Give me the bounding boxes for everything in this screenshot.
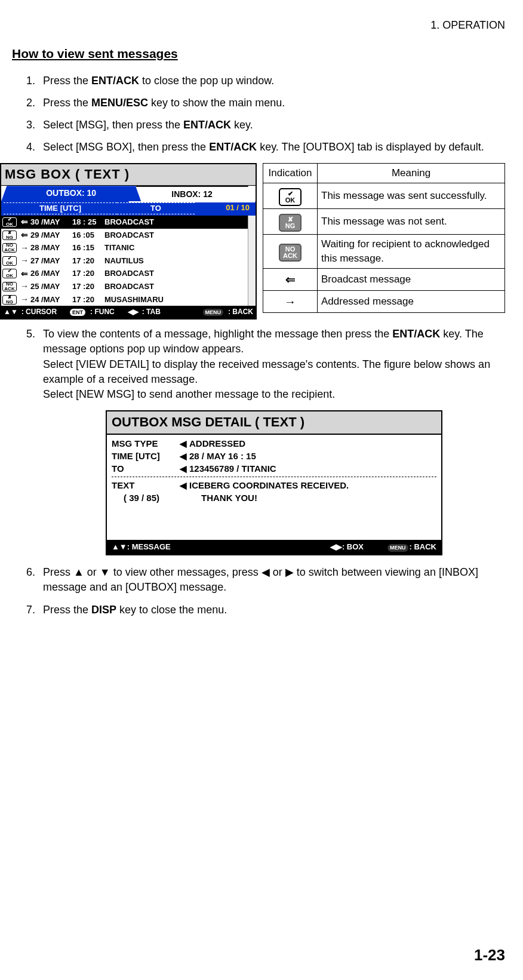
- text: Select [MSG BOX], then press the: [43, 141, 209, 153]
- text: Press the: [43, 97, 91, 109]
- scrollbar: [248, 216, 256, 306]
- msgbox-list: ✔OK⇐30 /MAY18 : 25BROADCAST✘NG⇐29 /MAY16…: [1, 216, 248, 306]
- ind-ng-icon: ✘NG: [263, 209, 318, 235]
- key-entack: ENT/ACK: [209, 141, 257, 153]
- text: key to show the main menu.: [148, 97, 285, 109]
- status-badge-icon: ✔OK: [2, 269, 17, 278]
- detail-value-text2: THANK YOU!: [201, 491, 436, 504]
- key-entack: ENT/ACK: [183, 119, 231, 131]
- foot-tab: : TAB: [142, 307, 161, 317]
- row-date: 27 /MAY: [30, 256, 72, 266]
- row-to: TITANIC: [104, 242, 247, 253]
- detail-label-count: ( 39 / 85): [112, 491, 189, 504]
- text: Press ▲ or ▼ to view other messages, pre…: [43, 566, 478, 593]
- detail-figure: OUTBOX MSG DETAIL ( TEXT ) MSG TYPE◀ADDR…: [106, 410, 442, 555]
- triangle-left-icon: ◀: [177, 479, 189, 491]
- ind-broadcast-meaning: Broadcast message: [318, 268, 505, 290]
- step-4: Select [MSG BOX], then press the ENT/ACK…: [38, 140, 505, 155]
- step-5: To view the contents of a message, highl…: [38, 327, 505, 555]
- ent-pill-icon: ENT: [70, 309, 85, 317]
- leftright-icon: ◀▶: [330, 542, 342, 551]
- foot-back: : BACK: [410, 542, 437, 551]
- text: Press the: [43, 604, 91, 616]
- text: To view the contents of a message, highl…: [43, 328, 392, 340]
- text: key.: [231, 119, 253, 131]
- status-badge-icon: NOACK: [2, 243, 17, 253]
- ind-noack-icon: NOACK: [263, 235, 318, 269]
- detail-label-time: TIME [UTC]: [112, 450, 177, 462]
- steps-list: Press the ENT/ACK to close the pop up wi…: [12, 73, 505, 155]
- row-to: BROADCAST: [104, 217, 247, 228]
- step-2: Press the MENU/ESC key to show the main …: [38, 96, 505, 110]
- row-date: 29 /MAY: [30, 230, 72, 241]
- triangle-left-icon: ◀: [177, 462, 189, 475]
- ind-noack-meaning: Waiting for recipient to acknowledged th…: [318, 235, 505, 269]
- detail-value-to: 123456789 / TITANIC: [189, 462, 436, 475]
- outbox-tab: OUTBOX: 10: [1, 186, 141, 201]
- row-date: 26 /MAY: [30, 268, 72, 279]
- step-1: Press the ENT/ACK to close the pop up wi…: [38, 73, 505, 88]
- updown-icon: ▲▼: [112, 542, 127, 551]
- detail-label-type: MSG TYPE: [112, 437, 177, 450]
- text: Press the: [43, 75, 91, 87]
- step-3: Select [MSG], then press the ENT/ACK key…: [38, 118, 505, 133]
- detail-value-time: 28 / MAY 16 : 15: [189, 450, 436, 462]
- msgbox-footer: ▲▼: CURSOR ENT: FUNC ◀▶: TAB MENU: BACK: [1, 306, 256, 318]
- ind-broadcast-icon: ⇐: [263, 268, 318, 290]
- row-date: 28 /MAY: [30, 242, 72, 253]
- status-badge-icon: ✔OK: [2, 217, 17, 227]
- msgbox-row: NOACK→25 /MAY17 :20BROADCAST: [1, 280, 248, 293]
- direction-icon: →: [19, 255, 30, 267]
- msgbox-header-row: TIME [UTC] TO 01 / 10: [1, 201, 256, 216]
- cursor-icon: ▲▼: [4, 307, 18, 317]
- msgbox-row: ✔OK⇐26 /MAY17 :20BROADCAST: [1, 268, 248, 281]
- msgbox-row: NOACK→28 /MAY16 :15TITANIC: [1, 242, 248, 255]
- msgbox-figure: MSG BOX ( TEXT ) INBOX: 12 OUTBOX: 10 TI…: [0, 163, 257, 320]
- msgbox-tabs: INBOX: 12 OUTBOX: 10: [1, 186, 256, 201]
- status-badge-icon: ✘NG: [2, 295, 17, 305]
- status-badge-icon: ✔OK: [2, 256, 17, 266]
- ind-ok-icon: ✔OK: [263, 183, 318, 209]
- foot-message: : MESSAGE: [127, 542, 171, 551]
- direction-icon: ⇐: [19, 216, 30, 228]
- msgbox-title: MSG BOX ( TEXT ): [1, 164, 256, 186]
- page-number: 1-23: [474, 944, 505, 966]
- detail-footer: ▲▼: MESSAGE ◀▶: BOX MENU: BACK: [107, 540, 441, 554]
- hdr-time: TIME [UTC]: [4, 202, 117, 214]
- text: Select [NEW MSG] to send another message…: [43, 388, 335, 400]
- ind-header-meaning: Meaning: [318, 164, 505, 183]
- status-badge-icon: ✘NG: [2, 231, 17, 240]
- indication-table: Indication Meaning ✔OK This message was …: [263, 163, 505, 312]
- direction-icon: →: [19, 281, 30, 293]
- ind-ng-meaning: This message was not sent.: [318, 209, 505, 235]
- direction-icon: ⇐: [19, 268, 30, 280]
- triangle-left-icon: ◀: [177, 437, 189, 450]
- row-time: 17 :20: [72, 294, 104, 305]
- dashed-separator: [112, 477, 436, 477]
- key-menuesc: MENU/ESC: [91, 97, 148, 109]
- hdr-to: TO: [117, 202, 195, 214]
- row-date: 24 /MAY: [30, 294, 72, 305]
- msgbox-row: ✘NG→24 /MAY17 :20MUSASHIMARU: [1, 293, 248, 306]
- step-6: Press ▲ or ▼ to view other messages, pre…: [38, 565, 505, 595]
- tab-icon: ◀▶: [128, 307, 139, 317]
- text: Select [VIEW DETAIL] to display the rece…: [43, 358, 490, 385]
- menu-pill-icon: MENU: [387, 544, 408, 552]
- menu-pill-icon: MENU: [203, 309, 224, 317]
- row-time: 17 :20: [72, 281, 104, 292]
- steps-list-cont: To view the contents of a message, highl…: [12, 327, 505, 617]
- row-time: 18 : 25: [72, 217, 104, 228]
- foot-cursor: : CURSOR: [21, 307, 57, 317]
- ind-header-indication: Indication: [263, 164, 318, 183]
- text: key. The [OUTBOX] tab is displayed by de…: [257, 141, 484, 153]
- detail-value-type: ADDRESSED: [189, 437, 436, 450]
- row-time: 16 :05: [72, 230, 104, 241]
- key-entack: ENT/ACK: [392, 328, 440, 340]
- foot-func: : FUNC: [90, 307, 115, 317]
- msgbox-row: ✔OK⇐30 /MAY18 : 25BROADCAST: [1, 216, 248, 229]
- triangle-left-icon: ◀: [177, 450, 189, 462]
- row-date: 25 /MAY: [30, 281, 72, 292]
- row-time: 17 :20: [72, 256, 104, 266]
- ind-addressed-icon: →: [263, 290, 318, 312]
- detail-label-text: TEXT: [112, 479, 177, 491]
